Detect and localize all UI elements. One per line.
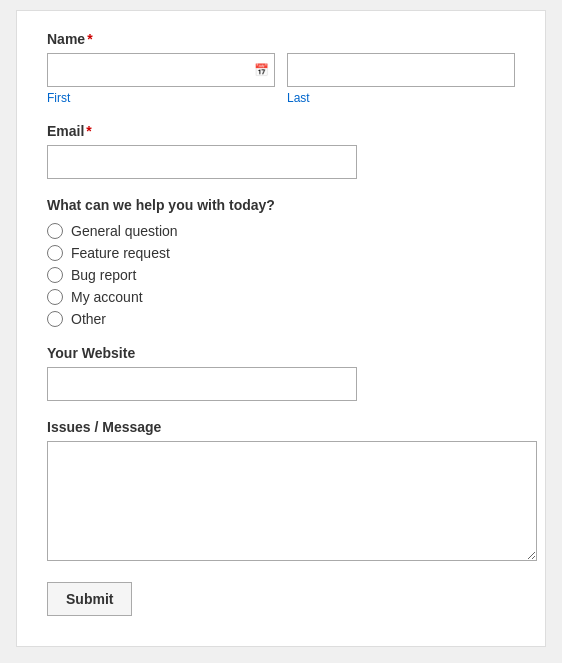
radio-bug-label: Bug report <box>71 267 136 283</box>
radio-option-general[interactable]: General question <box>47 223 515 239</box>
name-label: Name* <box>47 31 515 47</box>
email-input[interactable] <box>47 145 357 179</box>
first-name-input-wrap: 📅 <box>47 53 275 87</box>
radio-option-bug[interactable]: Bug report <box>47 267 515 283</box>
last-name-input[interactable] <box>287 53 515 87</box>
radio-general[interactable] <box>47 223 63 239</box>
first-name-field: 📅 First <box>47 53 275 105</box>
radio-option-account[interactable]: My account <box>47 289 515 305</box>
website-field-group: Your Website <box>47 345 515 401</box>
submit-area: Submit <box>47 582 515 616</box>
contact-form: Name* 📅 First Last Email* What can we he… <box>16 10 546 647</box>
name-field-group: Name* 📅 First Last <box>47 31 515 105</box>
first-sub-label: First <box>47 91 275 105</box>
radio-account[interactable] <box>47 289 63 305</box>
help-question-label: What can we help you with today? <box>47 197 515 213</box>
message-textarea[interactable] <box>47 441 537 561</box>
website-label: Your Website <box>47 345 515 361</box>
email-label: Email* <box>47 123 515 139</box>
last-name-field: Last <box>287 53 515 105</box>
radio-account-label: My account <box>71 289 143 305</box>
first-name-input[interactable] <box>47 53 275 87</box>
help-question-group: What can we help you with today? General… <box>47 197 515 327</box>
submit-button[interactable]: Submit <box>47 582 132 616</box>
email-required-indicator: * <box>86 123 91 139</box>
radio-option-feature[interactable]: Feature request <box>47 245 515 261</box>
radio-other-label: Other <box>71 311 106 327</box>
last-sub-label: Last <box>287 91 515 105</box>
radio-feature[interactable] <box>47 245 63 261</box>
name-row: 📅 First Last <box>47 53 515 105</box>
radio-general-label: General question <box>71 223 178 239</box>
radio-option-other[interactable]: Other <box>47 311 515 327</box>
radio-other[interactable] <box>47 311 63 327</box>
email-field-group: Email* <box>47 123 515 179</box>
message-label: Issues / Message <box>47 419 515 435</box>
message-field-group: Issues / Message <box>47 419 515 564</box>
radio-bug[interactable] <box>47 267 63 283</box>
required-indicator: * <box>87 31 92 47</box>
website-input[interactable] <box>47 367 357 401</box>
radio-feature-label: Feature request <box>71 245 170 261</box>
radio-group: General question Feature request Bug rep… <box>47 223 515 327</box>
